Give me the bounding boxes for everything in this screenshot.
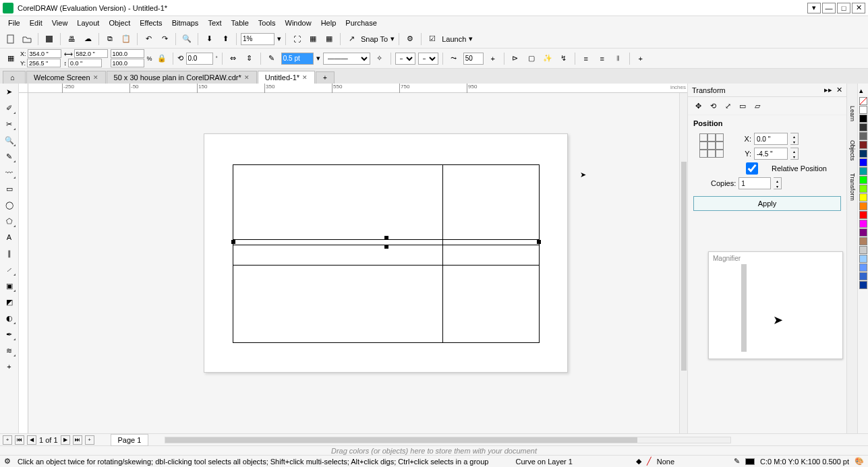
horizontal-ruler[interactable]: inches -250-50150350550750950 [28, 84, 687, 93]
color-swatch[interactable] [859, 141, 867, 149]
launch-check-icon[interactable]: ☑ [426, 32, 439, 46]
mirror-h-icon[interactable]: ⇔ [227, 52, 240, 65]
add-page-icon[interactable]: + [3, 435, 12, 445]
outline-dropdown-icon[interactable]: ▾ [316, 54, 320, 63]
color-swatch[interactable] [859, 106, 867, 114]
convert-icon[interactable]: ↯ [557, 52, 571, 65]
rulers-icon[interactable]: ▦ [306, 32, 320, 46]
tab-home[interactable]: ⌂ [3, 71, 26, 84]
arrow-end-select[interactable]: — [418, 53, 438, 65]
new-icon[interactable] [4, 32, 18, 46]
docker-tab-transform[interactable]: Transform [848, 170, 857, 204]
outline-swatch-icon[interactable]: ╱ [647, 457, 652, 466]
selection-handle[interactable] [384, 236, 388, 240]
close-tab-icon[interactable]: ✕ [302, 74, 308, 81]
line-style-select[interactable]: ——— [323, 53, 370, 65]
ellipse-tool[interactable]: ◯ [3, 198, 16, 212]
copy-icon[interactable]: ⧉ [103, 32, 117, 46]
add-icon[interactable]: + [634, 52, 647, 65]
pos-x-input[interactable] [28, 49, 61, 58]
color-swatch[interactable] [859, 123, 867, 131]
print-icon[interactable]: 🖶 [65, 32, 78, 46]
anchor-grid[interactable] [700, 134, 724, 158]
copies-input[interactable] [739, 177, 771, 189]
first-page-icon[interactable]: ⏮ [15, 435, 24, 445]
height-input[interactable] [68, 59, 102, 67]
bbox-icon[interactable]: ▢ [525, 52, 538, 65]
last-page-icon[interactable]: ⏭ [73, 435, 82, 445]
fullscreen-icon[interactable]: ⛶ [290, 32, 303, 46]
rectangle-tool[interactable]: ▭ [3, 182, 16, 195]
guides-icon[interactable]: ↗ [345, 32, 358, 46]
open-icon[interactable] [20, 32, 34, 46]
outline-color-swatch[interactable] [745, 458, 755, 465]
relative-checkbox[interactable] [735, 162, 769, 175]
paste-icon[interactable]: 📋 [119, 32, 133, 46]
transform-skew-icon[interactable]: ▱ [751, 100, 763, 112]
color-swatch[interactable] [859, 246, 867, 254]
menu-file[interactable]: File [4, 18, 24, 28]
transform-size-icon[interactable]: ▭ [736, 100, 749, 112]
selection-handle[interactable] [231, 240, 235, 244]
next-page-icon[interactable]: ▶ [61, 435, 70, 445]
color-palette-icon[interactable]: 🎨 [855, 457, 864, 466]
transform-position-icon[interactable]: ✥ [692, 100, 704, 112]
artistic-tool[interactable]: 〰 [3, 166, 16, 179]
menu-effects[interactable]: Effects [136, 18, 166, 28]
color-swatch[interactable] [859, 228, 867, 237]
align-center-icon[interactable]: ≡ [596, 52, 609, 65]
freehand-tool[interactable]: ✎ [3, 150, 16, 163]
redo-icon[interactable]: ↷ [158, 32, 171, 46]
menu-view[interactable]: View [48, 18, 72, 28]
transform-rotate-icon[interactable]: ⟲ [707, 100, 719, 112]
docker-collapse-icon[interactable]: ▸▸ [824, 86, 832, 94]
document-tab[interactable]: 50 x 30 house plan in CorelDRAW.cdr*✕ [107, 71, 257, 84]
color-swatch[interactable] [859, 158, 867, 166]
close-tab-icon[interactable]: ✕ [93, 74, 98, 81]
spinner[interactable]: ▴▾ [774, 177, 782, 189]
pos-y-input[interactable] [27, 59, 61, 67]
grid-icon[interactable]: ▦ [322, 32, 336, 46]
ruler-corner[interactable] [19, 84, 28, 93]
color-swatch[interactable] [859, 281, 867, 289]
zoom-dropdown-icon[interactable]: ▾ [277, 34, 281, 43]
spinner[interactable]: ▴▾ [790, 133, 799, 145]
effects-icon[interactable]: ✨ [541, 52, 554, 65]
document-tab[interactable]: Untitled-1*✕ [258, 71, 315, 84]
search-icon[interactable]: 🔍 [180, 32, 194, 46]
export-icon[interactable]: ⬆ [219, 32, 232, 46]
vertical-scrollbar[interactable] [679, 93, 687, 433]
transform-scale-icon[interactable]: ⤢ [722, 100, 734, 112]
align-left-icon[interactable]: ≡ [579, 52, 593, 65]
color-swatch[interactable] [859, 263, 867, 272]
color-scroll-up-icon[interactable]: ▴ [859, 86, 867, 94]
import-icon[interactable]: ⬇ [202, 32, 216, 46]
lock-ratio-icon[interactable]: 🔒 [155, 52, 169, 65]
wrap-icon[interactable]: ⤳ [447, 52, 461, 65]
pick-tool[interactable]: ➤ [3, 85, 16, 98]
shadow-tool[interactable]: ◩ [3, 295, 16, 309]
transform-y-input[interactable] [754, 148, 788, 160]
close-button[interactable]: ✕ [852, 3, 865, 13]
menu-edit[interactable]: Edit [26, 18, 47, 28]
help-button[interactable]: ▾ [807, 3, 821, 13]
zoom-input[interactable] [241, 33, 274, 45]
save-icon[interactable] [42, 32, 56, 46]
cloud-icon[interactable]: ☁ [81, 32, 94, 46]
arrow-start-select[interactable]: — [395, 53, 415, 65]
text-tool[interactable]: A [3, 230, 16, 244]
options-icon[interactable]: ⚙ [403, 32, 417, 46]
color-swatch[interactable] [859, 115, 867, 123]
scale-y-input[interactable] [111, 59, 144, 67]
undo-icon[interactable]: ↶ [142, 32, 155, 46]
menu-tools[interactable]: Tools [254, 18, 280, 28]
add-page-after-icon[interactable]: + [85, 435, 94, 445]
fill-tool[interactable]: ≋ [3, 344, 16, 357]
apply-button[interactable]: Apply [693, 196, 841, 211]
eyedropper-tool[interactable]: ✒ [3, 328, 16, 341]
mirror-v-icon[interactable]: ⇕ [243, 52, 256, 65]
color-swatch[interactable] [859, 237, 867, 245]
prev-page-icon[interactable]: ◀ [27, 435, 36, 445]
launch-button[interactable]: Launch [442, 35, 466, 43]
snap-dropdown-icon[interactable]: ▾ [390, 34, 395, 43]
